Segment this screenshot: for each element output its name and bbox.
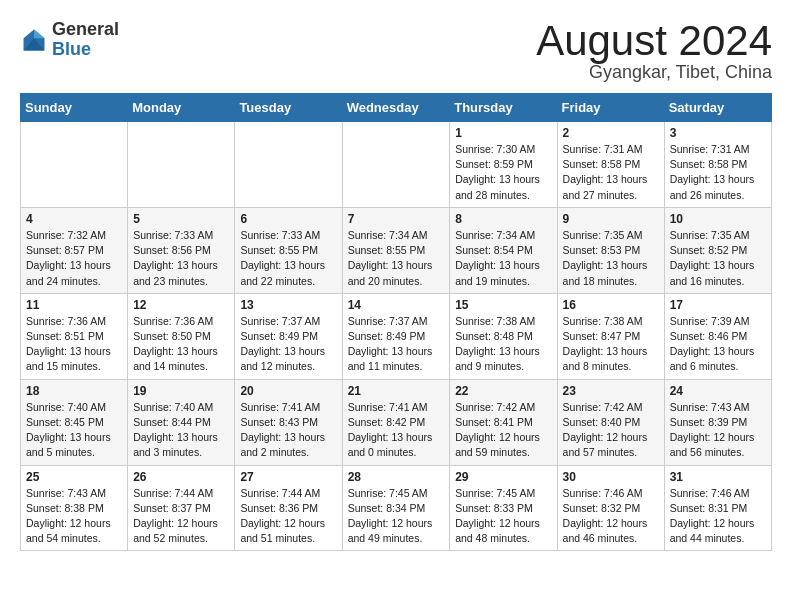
calendar-cell: 8Sunrise: 7:34 AM Sunset: 8:54 PM Daylig…	[450, 207, 557, 293]
calendar-cell: 10Sunrise: 7:35 AM Sunset: 8:52 PM Dayli…	[664, 207, 771, 293]
calendar-cell: 4Sunrise: 7:32 AM Sunset: 8:57 PM Daylig…	[21, 207, 128, 293]
day-number: 15	[455, 298, 551, 312]
day-info: Sunrise: 7:41 AM Sunset: 8:42 PM Dayligh…	[348, 400, 445, 461]
calendar-week-row: 1Sunrise: 7:30 AM Sunset: 8:59 PM Daylig…	[21, 122, 772, 208]
calendar-week-row: 11Sunrise: 7:36 AM Sunset: 8:51 PM Dayli…	[21, 293, 772, 379]
calendar-cell: 16Sunrise: 7:38 AM Sunset: 8:47 PM Dayli…	[557, 293, 664, 379]
calendar-cell: 30Sunrise: 7:46 AM Sunset: 8:32 PM Dayli…	[557, 465, 664, 551]
day-number: 1	[455, 126, 551, 140]
day-info: Sunrise: 7:42 AM Sunset: 8:40 PM Dayligh…	[563, 400, 659, 461]
calendar-cell: 15Sunrise: 7:38 AM Sunset: 8:48 PM Dayli…	[450, 293, 557, 379]
day-number: 22	[455, 384, 551, 398]
calendar-cell: 18Sunrise: 7:40 AM Sunset: 8:45 PM Dayli…	[21, 379, 128, 465]
day-info: Sunrise: 7:45 AM Sunset: 8:34 PM Dayligh…	[348, 486, 445, 547]
calendar-cell: 7Sunrise: 7:34 AM Sunset: 8:55 PM Daylig…	[342, 207, 450, 293]
calendar-table: SundayMondayTuesdayWednesdayThursdayFrid…	[20, 93, 772, 551]
day-info: Sunrise: 7:31 AM Sunset: 8:58 PM Dayligh…	[563, 142, 659, 203]
day-number: 29	[455, 470, 551, 484]
day-info: Sunrise: 7:40 AM Sunset: 8:44 PM Dayligh…	[133, 400, 229, 461]
calendar-week-row: 4Sunrise: 7:32 AM Sunset: 8:57 PM Daylig…	[21, 207, 772, 293]
day-number: 6	[240, 212, 336, 226]
calendar-week-row: 25Sunrise: 7:43 AM Sunset: 8:38 PM Dayli…	[21, 465, 772, 551]
day-info: Sunrise: 7:39 AM Sunset: 8:46 PM Dayligh…	[670, 314, 766, 375]
calendar-week-row: 18Sunrise: 7:40 AM Sunset: 8:45 PM Dayli…	[21, 379, 772, 465]
calendar-cell: 31Sunrise: 7:46 AM Sunset: 8:31 PM Dayli…	[664, 465, 771, 551]
day-number: 9	[563, 212, 659, 226]
calendar-cell: 5Sunrise: 7:33 AM Sunset: 8:56 PM Daylig…	[128, 207, 235, 293]
calendar-cell	[342, 122, 450, 208]
calendar-day-header: Friday	[557, 94, 664, 122]
calendar-cell: 21Sunrise: 7:41 AM Sunset: 8:42 PM Dayli…	[342, 379, 450, 465]
day-info: Sunrise: 7:34 AM Sunset: 8:54 PM Dayligh…	[455, 228, 551, 289]
day-number: 16	[563, 298, 659, 312]
day-number: 27	[240, 470, 336, 484]
day-info: Sunrise: 7:45 AM Sunset: 8:33 PM Dayligh…	[455, 486, 551, 547]
day-info: Sunrise: 7:37 AM Sunset: 8:49 PM Dayligh…	[240, 314, 336, 375]
day-info: Sunrise: 7:31 AM Sunset: 8:58 PM Dayligh…	[670, 142, 766, 203]
day-info: Sunrise: 7:40 AM Sunset: 8:45 PM Dayligh…	[26, 400, 122, 461]
calendar-cell	[235, 122, 342, 208]
calendar-cell: 27Sunrise: 7:44 AM Sunset: 8:36 PM Dayli…	[235, 465, 342, 551]
day-number: 8	[455, 212, 551, 226]
title-block: August 2024 Gyangkar, Tibet, China	[536, 20, 772, 83]
day-info: Sunrise: 7:43 AM Sunset: 8:38 PM Dayligh…	[26, 486, 122, 547]
day-number: 10	[670, 212, 766, 226]
svg-marker-1	[34, 29, 45, 38]
month-title: August 2024	[536, 20, 772, 62]
calendar-cell: 11Sunrise: 7:36 AM Sunset: 8:51 PM Dayli…	[21, 293, 128, 379]
logo-general-text: General	[52, 20, 119, 40]
calendar-cell: 9Sunrise: 7:35 AM Sunset: 8:53 PM Daylig…	[557, 207, 664, 293]
day-info: Sunrise: 7:35 AM Sunset: 8:53 PM Dayligh…	[563, 228, 659, 289]
day-number: 31	[670, 470, 766, 484]
calendar-cell: 23Sunrise: 7:42 AM Sunset: 8:40 PM Dayli…	[557, 379, 664, 465]
day-number: 30	[563, 470, 659, 484]
day-number: 11	[26, 298, 122, 312]
day-number: 20	[240, 384, 336, 398]
calendar-cell	[21, 122, 128, 208]
day-number: 12	[133, 298, 229, 312]
day-info: Sunrise: 7:34 AM Sunset: 8:55 PM Dayligh…	[348, 228, 445, 289]
calendar-cell: 6Sunrise: 7:33 AM Sunset: 8:55 PM Daylig…	[235, 207, 342, 293]
calendar-cell: 14Sunrise: 7:37 AM Sunset: 8:49 PM Dayli…	[342, 293, 450, 379]
day-number: 3	[670, 126, 766, 140]
day-info: Sunrise: 7:42 AM Sunset: 8:41 PM Dayligh…	[455, 400, 551, 461]
day-info: Sunrise: 7:44 AM Sunset: 8:37 PM Dayligh…	[133, 486, 229, 547]
day-info: Sunrise: 7:33 AM Sunset: 8:55 PM Dayligh…	[240, 228, 336, 289]
day-number: 13	[240, 298, 336, 312]
calendar-cell: 12Sunrise: 7:36 AM Sunset: 8:50 PM Dayli…	[128, 293, 235, 379]
calendar-cell: 28Sunrise: 7:45 AM Sunset: 8:34 PM Dayli…	[342, 465, 450, 551]
day-number: 25	[26, 470, 122, 484]
calendar-cell: 17Sunrise: 7:39 AM Sunset: 8:46 PM Dayli…	[664, 293, 771, 379]
day-info: Sunrise: 7:43 AM Sunset: 8:39 PM Dayligh…	[670, 400, 766, 461]
day-number: 19	[133, 384, 229, 398]
day-info: Sunrise: 7:36 AM Sunset: 8:50 PM Dayligh…	[133, 314, 229, 375]
logo-icon	[20, 26, 48, 54]
calendar-day-header: Tuesday	[235, 94, 342, 122]
day-info: Sunrise: 7:46 AM Sunset: 8:31 PM Dayligh…	[670, 486, 766, 547]
calendar-cell: 24Sunrise: 7:43 AM Sunset: 8:39 PM Dayli…	[664, 379, 771, 465]
day-number: 14	[348, 298, 445, 312]
day-number: 21	[348, 384, 445, 398]
calendar-cell: 3Sunrise: 7:31 AM Sunset: 8:58 PM Daylig…	[664, 122, 771, 208]
day-info: Sunrise: 7:38 AM Sunset: 8:47 PM Dayligh…	[563, 314, 659, 375]
day-info: Sunrise: 7:30 AM Sunset: 8:59 PM Dayligh…	[455, 142, 551, 203]
day-info: Sunrise: 7:44 AM Sunset: 8:36 PM Dayligh…	[240, 486, 336, 547]
calendar-cell: 13Sunrise: 7:37 AM Sunset: 8:49 PM Dayli…	[235, 293, 342, 379]
calendar-day-header: Saturday	[664, 94, 771, 122]
calendar-cell: 29Sunrise: 7:45 AM Sunset: 8:33 PM Dayli…	[450, 465, 557, 551]
day-number: 2	[563, 126, 659, 140]
calendar-day-header: Monday	[128, 94, 235, 122]
day-info: Sunrise: 7:37 AM Sunset: 8:49 PM Dayligh…	[348, 314, 445, 375]
logo-blue-text: Blue	[52, 40, 119, 60]
calendar-day-header: Thursday	[450, 94, 557, 122]
logo: General Blue	[20, 20, 119, 60]
day-number: 17	[670, 298, 766, 312]
calendar-header-row: SundayMondayTuesdayWednesdayThursdayFrid…	[21, 94, 772, 122]
day-info: Sunrise: 7:46 AM Sunset: 8:32 PM Dayligh…	[563, 486, 659, 547]
location-title: Gyangkar, Tibet, China	[536, 62, 772, 83]
day-number: 7	[348, 212, 445, 226]
calendar-cell	[128, 122, 235, 208]
day-info: Sunrise: 7:35 AM Sunset: 8:52 PM Dayligh…	[670, 228, 766, 289]
calendar-cell: 2Sunrise: 7:31 AM Sunset: 8:58 PM Daylig…	[557, 122, 664, 208]
calendar-day-header: Wednesday	[342, 94, 450, 122]
